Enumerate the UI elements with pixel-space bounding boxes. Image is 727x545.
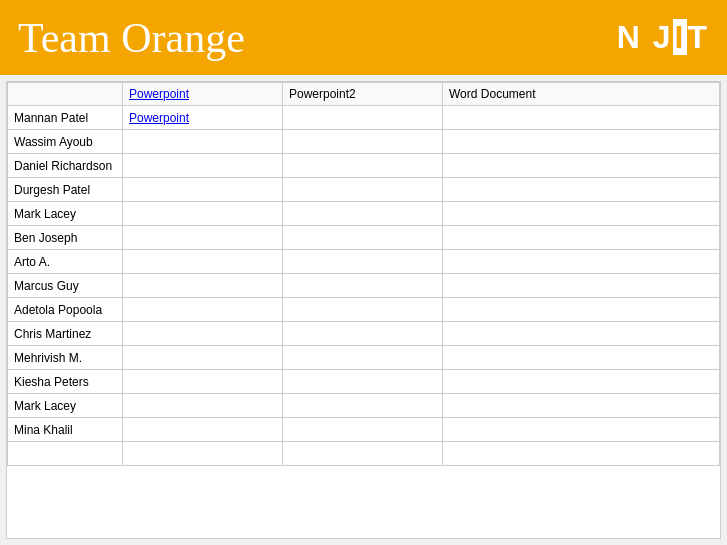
pp1-cell	[123, 202, 283, 226]
pp2-cell	[283, 106, 443, 130]
team-member-name: Mannan Patel	[8, 106, 123, 130]
table-row: Mehrivish M.	[8, 346, 720, 370]
table-row: Mannan PatelPowerpoint	[8, 106, 720, 130]
table-row: Mark Lacey	[8, 394, 720, 418]
njit-logo: N JIT	[617, 19, 709, 56]
pp1-cell	[123, 394, 283, 418]
table-row: Durgesh Patel	[8, 178, 720, 202]
main-content: Powerpoint Powerpoint2 Word Document Man…	[0, 75, 727, 545]
pp1-cell	[123, 442, 283, 466]
pp2-cell	[283, 370, 443, 394]
pp1-cell	[123, 322, 283, 346]
col-header-name	[8, 83, 123, 106]
pp2-cell	[283, 346, 443, 370]
page-header: Team Orange N JIT	[0, 0, 727, 75]
word-cell	[443, 418, 720, 442]
pp2-cell	[283, 202, 443, 226]
table-row: Wassim Ayoub	[8, 130, 720, 154]
pp2-cell	[283, 274, 443, 298]
pp2-cell	[283, 418, 443, 442]
pp1-cell	[123, 178, 283, 202]
pp2-cell	[283, 322, 443, 346]
pp1-cell	[123, 130, 283, 154]
table-row: Marcus Guy	[8, 274, 720, 298]
word-cell	[443, 250, 720, 274]
pp1-cell	[123, 226, 283, 250]
word-cell	[443, 370, 720, 394]
team-member-name: Adetola Popoola	[8, 298, 123, 322]
pp2-cell	[283, 442, 443, 466]
table-row: Chris Martinez	[8, 322, 720, 346]
powerpoint-link[interactable]: Powerpoint	[129, 87, 189, 101]
word-cell	[443, 394, 720, 418]
team-member-name	[8, 442, 123, 466]
word-cell	[443, 442, 720, 466]
pp1-cell	[123, 250, 283, 274]
pp1-cell[interactable]: Powerpoint	[123, 106, 283, 130]
word-cell	[443, 274, 720, 298]
team-member-name: Mina Khalil	[8, 418, 123, 442]
word-cell	[443, 322, 720, 346]
pp1-cell	[123, 154, 283, 178]
word-cell	[443, 346, 720, 370]
logo-text: N JIT	[617, 19, 709, 56]
pp1-cell	[123, 346, 283, 370]
team-member-name: Ben Joseph	[8, 226, 123, 250]
table-row: Adetola Popoola	[8, 298, 720, 322]
team-member-name: Arto A.	[8, 250, 123, 274]
col-header-pp1: Powerpoint	[123, 83, 283, 106]
team-member-name: Durgesh Patel	[8, 178, 123, 202]
table-row: Mina Khalil	[8, 418, 720, 442]
table-row: Daniel Richardson	[8, 154, 720, 178]
team-member-name: Marcus Guy	[8, 274, 123, 298]
pp1-cell	[123, 370, 283, 394]
table-row: Arto A.	[8, 250, 720, 274]
pp2-cell	[283, 178, 443, 202]
pp2-cell	[283, 298, 443, 322]
col-header-pp2: Powerpoint2	[283, 83, 443, 106]
team-member-name: Mark Lacey	[8, 394, 123, 418]
page-title: Team Orange	[18, 14, 245, 62]
word-cell	[443, 298, 720, 322]
team-member-name: Wassim Ayoub	[8, 130, 123, 154]
pp1-cell	[123, 298, 283, 322]
team-member-name: Mark Lacey	[8, 202, 123, 226]
team-member-name: Kiesha Peters	[8, 370, 123, 394]
word-cell	[443, 130, 720, 154]
col-header-word: Word Document	[443, 83, 720, 106]
team-member-name: Mehrivish M.	[8, 346, 123, 370]
table-row: Ben Joseph	[8, 226, 720, 250]
table-container: Powerpoint Powerpoint2 Word Document Man…	[6, 81, 721, 539]
word-cell	[443, 202, 720, 226]
pp2-cell	[283, 154, 443, 178]
pp2-cell	[283, 250, 443, 274]
pp1-link[interactable]: Powerpoint	[129, 111, 189, 125]
team-table: Powerpoint Powerpoint2 Word Document Man…	[7, 82, 720, 466]
word-cell	[443, 226, 720, 250]
table-row: Mark Lacey	[8, 202, 720, 226]
team-member-name: Chris Martinez	[8, 322, 123, 346]
word-cell	[443, 178, 720, 202]
word-cell	[443, 154, 720, 178]
word-cell	[443, 106, 720, 130]
pp1-cell	[123, 418, 283, 442]
pp2-cell	[283, 394, 443, 418]
pp2-cell	[283, 226, 443, 250]
pp2-cell	[283, 130, 443, 154]
team-member-name: Daniel Richardson	[8, 154, 123, 178]
pp1-cell	[123, 274, 283, 298]
table-row	[8, 442, 720, 466]
table-row: Kiesha Peters	[8, 370, 720, 394]
